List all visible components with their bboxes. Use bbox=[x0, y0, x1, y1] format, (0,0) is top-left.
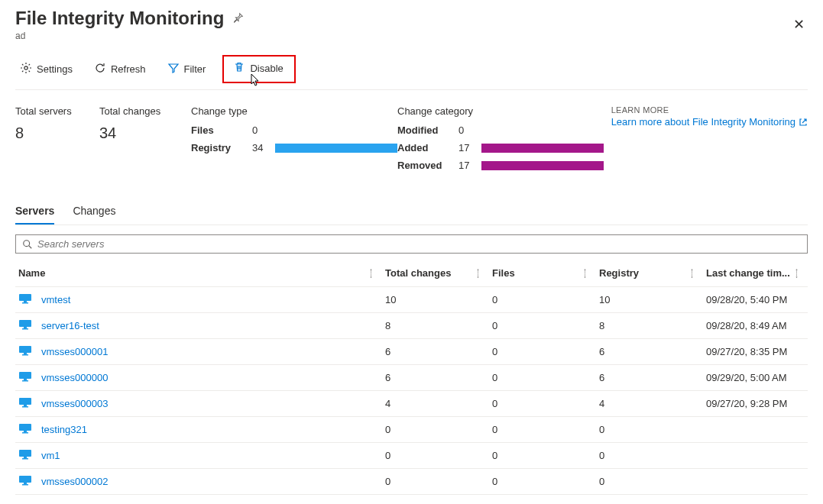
vm-icon bbox=[18, 319, 32, 332]
svg-rect-19 bbox=[22, 432, 28, 434]
table-row: vm1000 bbox=[15, 443, 808, 469]
table-row: vmsses00000060609/29/20, 5:00 AM bbox=[15, 365, 808, 391]
total-servers-label: Total servers bbox=[15, 105, 99, 117]
svg-rect-18 bbox=[24, 431, 27, 432]
search-input[interactable] bbox=[37, 238, 801, 250]
server-link[interactable]: vmsses000001 bbox=[41, 346, 108, 357]
settings-label: Settings bbox=[37, 63, 73, 75]
cell-total-changes: 0 bbox=[382, 443, 489, 469]
cell-files: 0 bbox=[489, 443, 596, 469]
learn-more-text: Learn more about File Integrity Monitori… bbox=[611, 116, 795, 128]
added-value: 17 bbox=[458, 142, 481, 153]
change-category-chart: Change category Modified 0 Added 17 Remo… bbox=[397, 105, 604, 177]
server-link[interactable]: vmtest bbox=[41, 294, 70, 305]
vm-icon bbox=[18, 397, 32, 410]
search-icon bbox=[22, 239, 33, 250]
server-link[interactable]: vmsses000002 bbox=[41, 476, 108, 487]
svg-rect-3 bbox=[24, 301, 27, 302]
filter-label: Filter bbox=[184, 63, 206, 75]
cell-registry: 0 bbox=[596, 417, 703, 443]
server-link[interactable]: vmsses000000 bbox=[41, 372, 108, 383]
svg-rect-2 bbox=[19, 294, 31, 301]
tab-changes[interactable]: Changes bbox=[73, 199, 115, 225]
cell-last-change: 09/27/20, 9:28 PM bbox=[703, 391, 808, 417]
trash-icon bbox=[233, 61, 245, 76]
cell-last-change: 09/29/20, 5:00 AM bbox=[703, 365, 808, 391]
learn-more-heading: LEARN MORE bbox=[611, 105, 808, 115]
total-changes-label: Total changes bbox=[99, 105, 191, 117]
total-servers-value: 8 bbox=[15, 124, 99, 142]
close-icon[interactable]: ✕ bbox=[790, 13, 808, 36]
cell-total-changes: 0 bbox=[382, 417, 489, 443]
server-link[interactable]: server16-test bbox=[41, 320, 99, 331]
vm-icon bbox=[18, 293, 32, 306]
tab-servers[interactable]: Servers bbox=[15, 199, 54, 225]
learn-more-link[interactable]: Learn more about File Integrity Monitori… bbox=[611, 116, 808, 128]
svg-rect-20 bbox=[19, 450, 31, 457]
table-row: vmsses000002000 bbox=[15, 469, 808, 495]
cell-registry: 0 bbox=[596, 443, 703, 469]
cell-total-changes: 6 bbox=[382, 365, 489, 391]
cell-total-changes: 4 bbox=[382, 391, 489, 417]
cell-last-change bbox=[703, 469, 808, 495]
svg-point-1 bbox=[24, 240, 30, 246]
files-label: Files bbox=[191, 124, 252, 136]
breadcrumb: ad bbox=[15, 31, 244, 41]
vm-icon bbox=[18, 423, 32, 436]
refresh-label: Refresh bbox=[111, 63, 146, 75]
search-box[interactable] bbox=[15, 234, 808, 254]
vm-icon bbox=[18, 371, 32, 384]
cell-files: 0 bbox=[489, 365, 596, 391]
svg-rect-22 bbox=[22, 458, 28, 460]
svg-rect-12 bbox=[24, 379, 27, 380]
svg-rect-13 bbox=[22, 380, 28, 382]
filter-button[interactable]: Filter bbox=[163, 59, 211, 79]
cell-files: 0 bbox=[489, 391, 596, 417]
cell-registry: 10 bbox=[596, 287, 703, 313]
sort-icon: ↑↓ bbox=[369, 269, 373, 278]
server-link[interactable]: vmsses000003 bbox=[41, 398, 108, 409]
table-row: server16-test80809/28/20, 8:49 AM bbox=[15, 313, 808, 339]
change-category-label: Change category bbox=[397, 105, 604, 117]
cell-total-changes: 8 bbox=[382, 313, 489, 339]
vm-icon bbox=[18, 345, 32, 358]
tabs: Servers Changes bbox=[15, 199, 808, 225]
cell-total-changes: 6 bbox=[382, 339, 489, 365]
server-link[interactable]: testing321 bbox=[41, 424, 87, 435]
external-link-icon bbox=[799, 118, 808, 127]
modified-label: Modified bbox=[397, 124, 458, 136]
settings-button[interactable]: Settings bbox=[15, 59, 77, 79]
disable-button[interactable]: Disable bbox=[228, 58, 287, 79]
vm-icon bbox=[18, 449, 32, 462]
col-registry[interactable]: Registry↑↓ bbox=[596, 260, 703, 287]
removed-value: 17 bbox=[458, 160, 481, 171]
table-row: testing321000 bbox=[15, 417, 808, 443]
table-row: vmsses00000340409/27/20, 9:28 PM bbox=[15, 391, 808, 417]
removed-label: Removed bbox=[397, 160, 458, 171]
cell-registry: 6 bbox=[596, 365, 703, 391]
col-last-change[interactable]: Last change tim...↑↓ bbox=[703, 260, 808, 287]
added-bar bbox=[481, 144, 604, 153]
cell-last-change: 09/28/20, 5:40 PM bbox=[703, 287, 808, 313]
cell-last-change bbox=[703, 443, 808, 469]
registry-label: Registry bbox=[191, 142, 252, 153]
svg-rect-24 bbox=[24, 483, 27, 484]
servers-table: Name↑↓ Total changes↑↓ Files↑↓ Registry↑… bbox=[15, 260, 808, 495]
col-files[interactable]: Files↑↓ bbox=[489, 260, 596, 287]
sort-icon: ↑↓ bbox=[476, 269, 480, 278]
col-name[interactable]: Name↑↓ bbox=[15, 260, 382, 287]
cell-registry: 6 bbox=[596, 339, 703, 365]
table-row: vmtest1001009/28/20, 5:40 PM bbox=[15, 287, 808, 313]
cell-last-change: 09/27/20, 8:35 PM bbox=[703, 339, 808, 365]
vm-icon bbox=[18, 475, 32, 488]
server-link[interactable]: vm1 bbox=[41, 450, 60, 461]
page-title: File Integrity Monitoring bbox=[15, 8, 224, 29]
total-changes-value: 34 bbox=[99, 124, 191, 142]
disable-label: Disable bbox=[250, 63, 283, 74]
cell-registry: 4 bbox=[596, 391, 703, 417]
pin-icon[interactable] bbox=[233, 12, 244, 25]
registry-bar bbox=[275, 144, 397, 153]
refresh-button[interactable]: Refresh bbox=[89, 59, 151, 79]
col-total-changes[interactable]: Total changes↑↓ bbox=[382, 260, 489, 287]
filter-icon bbox=[167, 62, 180, 76]
